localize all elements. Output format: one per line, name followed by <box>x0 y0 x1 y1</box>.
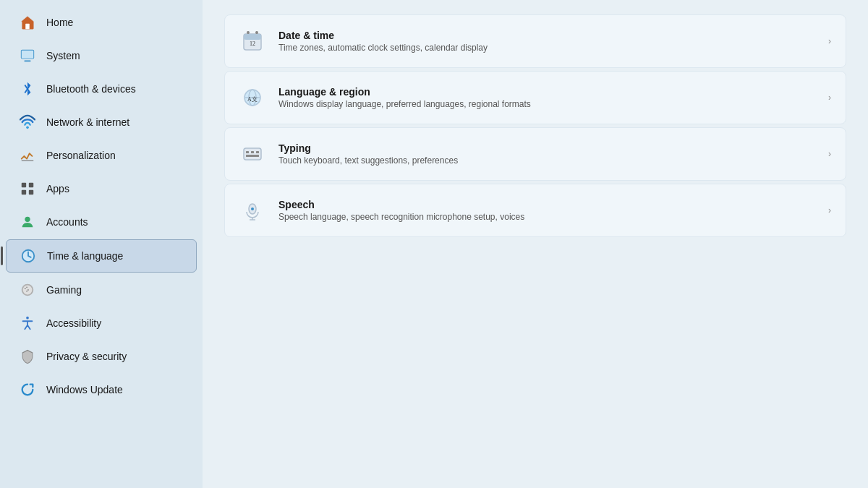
personalization-icon <box>19 147 36 164</box>
language-icon: A文 <box>239 85 265 111</box>
settings-card-language: A文 Language & region Windows display lan… <box>224 71 846 124</box>
bluetooth-icon <box>19 80 36 98</box>
sidebar-item-privacy[interactable]: Privacy & security <box>6 341 197 372</box>
svg-rect-7 <box>29 183 33 187</box>
sidebar-item-gaming[interactable]: Gaming <box>6 274 197 306</box>
svg-rect-33 <box>256 151 259 153</box>
svg-rect-23 <box>247 31 249 34</box>
sidebar-label-update: Windows Update <box>46 384 123 395</box>
svg-rect-34 <box>246 155 259 157</box>
settings-card-typing: Typing Touch keyboard, text suggestions,… <box>224 127 846 181</box>
sidebar-item-accessibility[interactable]: Accessibility <box>6 307 197 339</box>
typing-icon <box>239 141 265 167</box>
timelanguage-icon <box>20 247 37 265</box>
network-icon <box>19 114 36 131</box>
sidebar-label-privacy: Privacy & security <box>46 351 127 362</box>
sidebar-label-apps: Apps <box>46 183 69 194</box>
sidebar-label-personalization: Personalization <box>46 150 116 161</box>
svg-text:A文: A文 <box>247 96 258 103</box>
settings-row-datetime[interactable]: 12 Date & time Time zones, automatic clo… <box>225 15 846 67</box>
sidebar-label-home: Home <box>46 17 73 28</box>
settings-desc-typing: Touch keyboard, text suggestions, prefer… <box>278 155 815 166</box>
main-content: 12 Date & time Time zones, automatic clo… <box>203 0 868 488</box>
svg-rect-9 <box>29 190 33 194</box>
system-icon <box>19 47 36 64</box>
svg-rect-30 <box>244 148 261 160</box>
svg-point-38 <box>251 207 254 210</box>
svg-point-17 <box>26 291 27 292</box>
sidebar-label-accounts: Accounts <box>46 216 88 228</box>
sidebar-label-system: System <box>46 50 80 61</box>
settings-desc-language: Windows display language, preferred lang… <box>278 99 815 109</box>
accounts-icon <box>19 213 36 231</box>
sidebar-item-home[interactable]: Home <box>6 7 197 38</box>
sidebar: Home System Bluetooth & devices Network … <box>0 0 203 488</box>
chevron-right-icon: › <box>828 149 831 159</box>
svg-rect-32 <box>251 151 254 153</box>
svg-rect-8 <box>22 190 26 194</box>
settings-row-speech[interactable]: Speech Speech language, speech recogniti… <box>225 184 846 236</box>
settings-card-datetime: 12 Date & time Time zones, automatic clo… <box>224 14 846 68</box>
sidebar-label-accessibility: Accessibility <box>46 317 101 329</box>
svg-rect-31 <box>246 151 249 153</box>
sidebar-item-network[interactable]: Network & internet <box>6 106 197 138</box>
svg-rect-2 <box>24 60 30 61</box>
svg-point-16 <box>27 289 29 291</box>
settings-title-datetime: Date & time <box>278 30 815 41</box>
sidebar-label-gaming: Gaming <box>46 284 82 296</box>
settings-title-language: Language & region <box>278 86 815 98</box>
chevron-right-icon: › <box>828 205 831 215</box>
svg-rect-3 <box>22 51 34 59</box>
svg-point-14 <box>25 288 26 289</box>
sidebar-item-update[interactable]: Windows Update <box>6 374 197 406</box>
svg-text:12: 12 <box>250 40 255 47</box>
sidebar-label-timelanguage: Time & language <box>47 250 123 262</box>
apps-icon <box>19 180 36 197</box>
sidebar-item-accounts[interactable]: Accounts <box>6 206 197 238</box>
svg-point-18 <box>26 317 29 320</box>
sidebar-item-bluetooth[interactable]: Bluetooth & devices <box>6 73 197 105</box>
sidebar-label-network: Network & internet <box>46 116 129 128</box>
update-icon <box>19 381 36 398</box>
gaming-icon <box>19 281 36 299</box>
settings-desc-speech: Speech language, speech recognition micr… <box>278 212 815 222</box>
settings-row-typing[interactable]: Typing Touch keyboard, text suggestions,… <box>225 128 846 180</box>
settings-title-typing: Typing <box>278 142 815 154</box>
sidebar-item-system[interactable]: System <box>6 40 197 72</box>
settings-title-speech: Speech <box>278 199 815 210</box>
svg-rect-0 <box>25 24 30 29</box>
datetime-icon: 12 <box>239 28 265 54</box>
sidebar-item-apps[interactable]: Apps <box>6 173 197 205</box>
svg-rect-24 <box>256 31 258 34</box>
privacy-icon <box>19 348 36 365</box>
settings-desc-datetime: Time zones, automatic clock settings, ca… <box>278 43 815 53</box>
speech-icon <box>239 197 265 223</box>
svg-point-4 <box>26 127 29 129</box>
chevron-right-icon: › <box>828 93 831 103</box>
sidebar-item-personalization[interactable]: Personalization <box>6 140 197 171</box>
sidebar-label-bluetooth: Bluetooth & devices <box>46 83 136 95</box>
chevron-right-icon: › <box>828 36 831 46</box>
svg-rect-6 <box>22 183 26 187</box>
home-icon <box>19 14 36 31</box>
settings-card-speech: Speech Speech language, speech recogniti… <box>224 184 846 237</box>
settings-row-language[interactable]: A文 Language & region Windows display lan… <box>225 72 846 124</box>
accessibility-icon <box>19 314 36 332</box>
svg-point-10 <box>25 217 30 222</box>
svg-rect-20 <box>244 34 261 40</box>
sidebar-item-timelanguage[interactable]: Time & language <box>6 239 197 273</box>
svg-point-15 <box>26 286 27 288</box>
